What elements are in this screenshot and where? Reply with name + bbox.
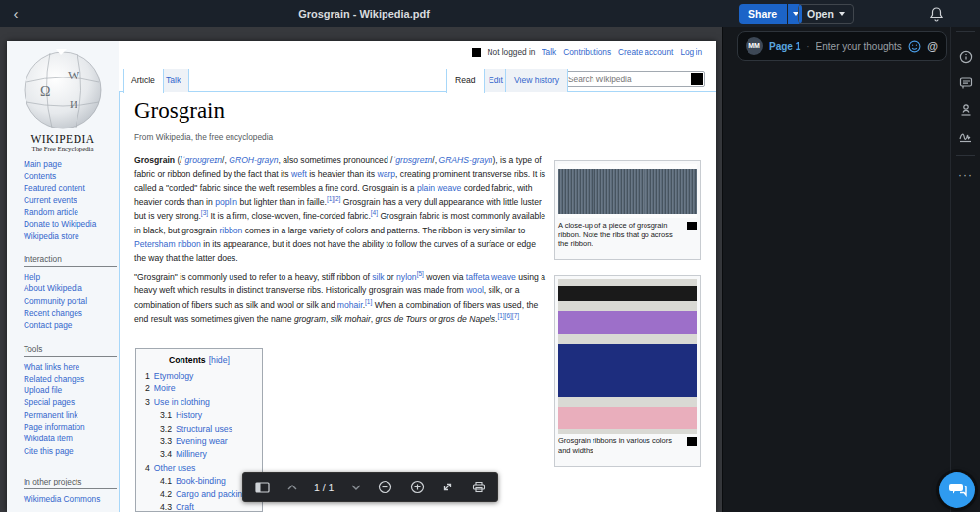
mention-button[interactable]: @ <box>927 40 938 52</box>
info-button[interactable] <box>951 45 980 69</box>
toc-hide-toggle[interactable]: [hide] <box>209 355 230 365</box>
tab-article[interactable]: Article <box>123 69 164 93</box>
ribbons-image[interactable] <box>558 279 697 434</box>
personal-link-talk[interactable]: Talk <box>542 47 556 57</box>
sidebar-link[interactable]: Random article <box>24 206 117 218</box>
reference-link[interactable]: [5] <box>417 270 424 277</box>
wiki-link[interactable]: ribbon <box>219 226 242 235</box>
wiki-link[interactable]: ˈɡrɒsɡreɪn <box>392 155 432 165</box>
wiki-link[interactable]: poplin <box>215 197 237 207</box>
stamp-tool-button[interactable] <box>951 98 980 122</box>
zoom-out-button[interactable] <box>378 480 392 494</box>
sidebar-link[interactable]: Wikidata item <box>24 433 117 444</box>
toc-item-link[interactable]: Other uses <box>154 463 196 473</box>
sidebar-link[interactable]: Recent changes <box>24 307 117 319</box>
reference-link[interactable]: [4] <box>371 210 378 217</box>
toc-item-link[interactable]: Craft <box>176 502 194 512</box>
toc-item-link[interactable]: History <box>176 410 202 420</box>
open-button-label: Open <box>807 5 834 23</box>
toc-item-link[interactable]: Moire <box>154 384 176 393</box>
pdf-page: Not logged in Talk Contributions Create … <box>7 41 716 512</box>
zoom-in-button[interactable] <box>410 480 425 494</box>
wiki-link[interactable]: wool <box>466 285 484 295</box>
personal-link-contributions[interactable]: Contributions <box>563 47 611 57</box>
share-button[interactable]: Share <box>739 4 787 24</box>
toc-item[interactable]: 4.3Craft <box>145 501 262 512</box>
comment-tool-button[interactable] <box>951 72 980 95</box>
enlarge-icon-placeholder <box>687 222 697 230</box>
wiki-link[interactable]: warp <box>377 169 395 179</box>
sidebar-link[interactable]: Featured content <box>24 182 117 194</box>
personal-link-login[interactable]: Log in <box>680 47 702 57</box>
wiki-link[interactable]: taffeta weave <box>466 272 516 282</box>
sidebar-link[interactable]: Contents <box>24 170 117 181</box>
wiki-link[interactable]: Petersham ribbon <box>134 239 201 249</box>
toc-item[interactable]: 3.3Evening wear <box>145 435 262 448</box>
search-input[interactable] <box>562 71 705 87</box>
chat-fab-button[interactable] <box>939 472 975 508</box>
ribbon-closeup-image[interactable] <box>558 164 697 218</box>
sidebar-link[interactable]: What links here <box>24 361 117 373</box>
personal-link-create-account[interactable]: Create account <box>618 47 673 57</box>
toc-item-link[interactable]: Use in clothing <box>154 397 210 407</box>
reference-link[interactable]: [1][6][7] <box>497 312 519 319</box>
sidebar-link[interactable]: Cite this page <box>24 445 117 457</box>
more-tools-button[interactable]: ··· <box>951 163 980 186</box>
toc-item-link[interactable]: Structural uses <box>176 424 232 434</box>
toc-item[interactable]: 3.2Structural uses <box>145 423 262 435</box>
toc-item[interactable]: 1Etymology <box>145 370 262 383</box>
comment-input-placeholder[interactable]: Enter your thoughts here <box>816 41 903 52</box>
wiki-link[interactable]: GROH-grayn <box>229 155 278 165</box>
previous-page-button[interactable] <box>287 485 297 490</box>
toc-item[interactable]: 3Use in clothing <box>145 396 262 409</box>
next-page-button[interactable] <box>351 485 361 490</box>
sidebar-link[interactable]: Upload file <box>24 384 117 396</box>
sidebar-link[interactable]: Wikimedia Commons <box>24 493 117 505</box>
more-icon: ··· <box>958 168 973 181</box>
info-icon <box>959 50 973 64</box>
open-button[interactable]: Open <box>798 4 854 24</box>
toc-item-link[interactable]: Etymology <box>154 371 194 381</box>
reference-link[interactable]: [1][2] <box>327 195 340 202</box>
separator-dot: · <box>806 41 809 52</box>
signature-tool-button[interactable] <box>951 125 980 148</box>
tab-read[interactable]: Read <box>446 69 485 93</box>
thumbnail-panel-button[interactable] <box>255 482 270 493</box>
toc-item[interactable]: 3.1History <box>145 409 262 422</box>
wikipedia-logo[interactable]: Ω W И WIKIPEDIA The Free Encyclopedia <box>21 47 105 152</box>
sidebar-link[interactable]: Special pages <box>24 396 117 408</box>
wiki-link[interactable]: silk <box>372 272 384 282</box>
signature-icon <box>958 129 973 143</box>
sidebar-link[interactable]: Permanent link <box>24 409 117 421</box>
sidebar-link[interactable]: Wikipedia store <box>24 230 117 242</box>
toc-item-link[interactable]: Millinery <box>176 449 207 459</box>
comment-input-box[interactable]: MM Page 1 · Enter your thoughts here @ <box>737 31 947 61</box>
toc-item-link[interactable]: Book-binding <box>176 476 226 486</box>
toc-item[interactable]: 3.4Millinery <box>145 448 262 461</box>
wiki-link[interactable]: nylon <box>396 272 417 282</box>
toc-item-link[interactable]: Cargo and packing <box>176 489 247 499</box>
print-button[interactable] <box>472 481 486 493</box>
sidebar-link[interactable]: Contact page <box>24 319 117 331</box>
sidebar-link[interactable]: About Wikipedia <box>24 282 117 294</box>
fullscreen-button[interactable] <box>441 481 454 493</box>
wiki-link[interactable]: mohair <box>337 300 363 310</box>
sidebar-link[interactable]: Donate to Wikipedia <box>24 218 117 230</box>
wiki-link[interactable]: plain weave <box>417 183 461 193</box>
sidebar-link[interactable]: Community portal <box>24 295 117 307</box>
sidebar-link[interactable]: Current events <box>24 194 117 206</box>
page-reference-chip[interactable]: Page 1 <box>769 41 800 52</box>
wiki-link[interactable]: ˈɡroʊɡreɪn <box>182 155 222 165</box>
wiki-link[interactable]: weft <box>291 169 307 179</box>
toc-item-link[interactable]: Evening wear <box>176 436 228 446</box>
sidebar-link[interactable]: Page information <box>24 421 117 433</box>
sidebar-link[interactable]: Help <box>24 271 117 282</box>
notifications-button[interactable] <box>925 3 947 25</box>
sidebar-link[interactable]: Main page <box>24 158 117 170</box>
wiki-link[interactable]: GRAHS-grayn <box>438 155 492 165</box>
emoji-button[interactable] <box>908 40 921 53</box>
tab-view-history[interactable]: View history <box>505 69 568 92</box>
reference-link[interactable]: [3] <box>201 210 208 217</box>
sidebar-link[interactable]: Related changes <box>24 373 117 384</box>
toc-item[interactable]: 2Moire <box>145 383 262 395</box>
